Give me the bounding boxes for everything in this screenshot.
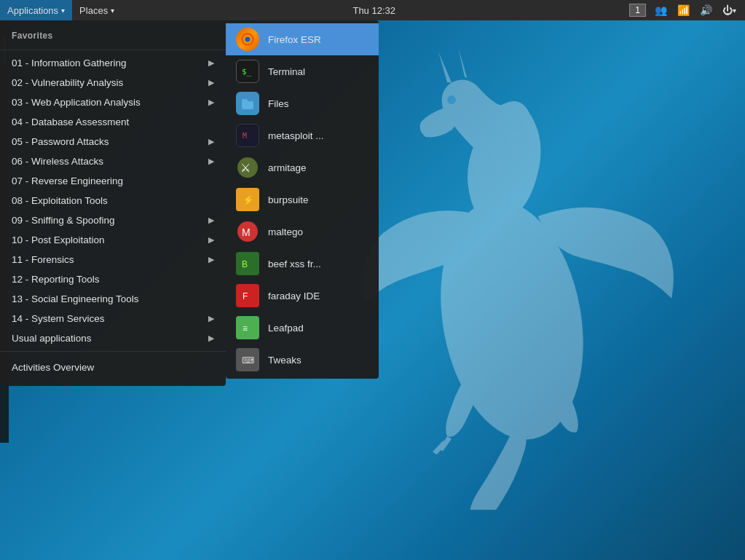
menu-item-social-engineering[interactable]: 13 - Social Engineering Tools [0, 289, 226, 309]
power-dropdown-icon: ▾ [733, 7, 736, 15]
network-icon: 📶 [677, 4, 690, 16]
fav-label-burpsuite: burpsuite [268, 194, 309, 205]
svg-text:M: M [243, 132, 247, 140]
workspace-number[interactable]: 1 [629, 4, 646, 17]
fav-label-files: Files [268, 98, 289, 109]
menu-item-system-services[interactable]: 14 - System Services ▶ [0, 309, 226, 328]
menu-item-post-exploitation[interactable]: 10 - Post Exploitation ▶ [0, 230, 226, 250]
leafpad-icon: ≡ [236, 316, 259, 339]
fav-item-files[interactable]: Files [226, 87, 379, 119]
armitage-icon: ⚔ [236, 156, 259, 179]
menu-divider-1 [0, 50, 226, 50]
svg-text:$_: $_ [242, 67, 252, 76]
menu-item-password-attacks[interactable]: 05 - Password Attacks ▶ [0, 132, 226, 151]
favorites-submenu: Firefox ESR $_ Terminal Files M metasplo… [226, 20, 379, 379]
activities-overview-item[interactable]: Activities Overview [0, 355, 226, 380]
fav-item-firefox[interactable]: Firefox ESR [226, 23, 379, 55]
menu-item-reporting-tools[interactable]: 12 - Reporting Tools [0, 269, 226, 289]
topbar: Applications ▾ Places ▾ Thu 12:32 1 👥 📶 … [0, 0, 745, 20]
favorites-heading: Favorites [0, 25, 226, 44]
fav-item-maltego[interactable]: M maltego [226, 216, 379, 248]
menu-item-info-gathering[interactable]: 01 - Information Gathering ▶ [0, 53, 226, 73]
fav-label-firefox: Firefox ESR [268, 34, 321, 45]
arrow-icon: ▶ [208, 235, 214, 245]
svg-text:B: B [242, 259, 248, 269]
faraday-icon: F [236, 284, 259, 307]
arrow-icon: ▶ [208, 137, 214, 146]
fav-item-tweaks[interactable]: ⌨ Tweaks [226, 344, 379, 376]
arrow-icon: ▶ [208, 98, 214, 107]
volume-icon: 🔊 [700, 4, 712, 16]
arrow-icon: ▶ [208, 314, 214, 323]
menu-item-vuln-analysis[interactable]: 02 - Vulnerability Analysis ▶ [0, 73, 226, 92]
places-label: Places [79, 5, 108, 16]
places-menu-button[interactable]: Places ▾ [72, 0, 122, 20]
files-icon [236, 92, 259, 115]
applications-menu-button[interactable]: Applications ▾ [0, 0, 72, 20]
svg-rect-9 [242, 99, 248, 103]
fav-item-faraday[interactable]: F faraday IDE [226, 280, 379, 312]
svg-text:⚔: ⚔ [240, 162, 251, 174]
fav-label-armitage: armitage [268, 162, 307, 173]
datetime-display: Thu 12:32 [352, 5, 395, 16]
svg-text:M: M [242, 226, 251, 238]
metasploit-icon: M [236, 124, 259, 147]
fav-label-beef: beef xss fr... [268, 259, 321, 269]
svg-point-4 [245, 37, 251, 42]
menu-item-exploitation-tools[interactable]: 08 - Exploitation Tools [0, 191, 226, 210]
fav-label-metasploit: metasploit ... [268, 130, 324, 141]
firefox-icon [236, 28, 259, 51]
beef-icon: B [236, 252, 259, 275]
menu-section-favorites: Favorites [0, 20, 226, 47]
dragon-background-icon [337, 44, 687, 510]
svg-text:F: F [243, 291, 248, 301]
svg-point-1 [447, 95, 456, 104]
fav-item-armitage[interactable]: ⚔ armitage [226, 151, 379, 184]
fav-item-terminal[interactable]: $_ Terminal [226, 55, 379, 87]
apps-dropdown-icon: ▾ [61, 7, 65, 15]
fav-item-beef[interactable]: B beef xss fr... [226, 248, 379, 280]
topbar-right: 1 👥 📶 🔊 ⏻ ▾ [626, 0, 745, 20]
power-icon-button[interactable]: ⏻ ▾ [718, 0, 741, 20]
topbar-center: Thu 12:32 [122, 5, 626, 16]
users-icon-button[interactable]: 👥 [650, 0, 671, 20]
menu-item-wireless-attacks[interactable]: 06 - Wireless Attacks ▶ [0, 151, 226, 171]
desktop: Applications ▾ Places ▾ Thu 12:32 1 👥 📶 … [0, 0, 745, 560]
arrow-icon: ▶ [208, 334, 214, 343]
menu-divider-2 [0, 351, 226, 352]
fav-item-burpsuite[interactable]: ⚡ burpsuite [226, 184, 379, 216]
arrow-icon: ▶ [208, 78, 214, 87]
tweaks-icon: ⌨ [236, 348, 259, 371]
topbar-left: Applications ▾ Places ▾ [0, 0, 122, 20]
users-icon: 👥 [655, 4, 667, 16]
arrow-icon: ▶ [208, 157, 214, 166]
maltego-icon: M [236, 220, 259, 243]
burpsuite-icon: ⚡ [236, 188, 259, 211]
fav-item-metasploit[interactable]: M metasploit ... [226, 119, 379, 151]
arrow-icon: ▶ [208, 255, 214, 264]
fav-label-terminal: Terminal [268, 66, 305, 77]
menu-item-reverse-engineering[interactable]: 07 - Reverse Engineering [0, 171, 226, 191]
arrow-icon: ▶ [208, 216, 214, 225]
applications-label: Applications [7, 5, 58, 16]
network-icon-button[interactable]: 📶 [673, 0, 694, 20]
power-icon: ⏻ [722, 4, 733, 16]
svg-text:≡: ≡ [243, 323, 248, 334]
fav-item-leafpad[interactable]: ≡ Leafpad [226, 312, 379, 344]
places-dropdown-icon: ▾ [111, 7, 114, 15]
menu-item-usual-apps[interactable]: Usual applications ▶ [0, 328, 226, 348]
menu-item-db-assessment[interactable]: 04 - Database Assessment [0, 112, 226, 132]
svg-text:⚡: ⚡ [243, 194, 255, 206]
menu-item-forensics[interactable]: 11 - Forensics ▶ [0, 250, 226, 269]
menu-item-sniffing-spoofing[interactable]: 09 - Sniffing & Spoofing ▶ [0, 210, 226, 230]
fav-label-maltego: maltego [268, 226, 303, 237]
terminal-icon: $_ [236, 60, 259, 83]
fav-label-tweaks: Tweaks [268, 355, 301, 366]
applications-menu: Favorites 01 - Information Gathering ▶ 0… [0, 20, 226, 386]
fav-label-faraday: faraday IDE [268, 291, 320, 301]
arrow-icon: ▶ [208, 58, 214, 68]
volume-icon-button[interactable]: 🔊 [695, 0, 717, 20]
svg-text:⌨: ⌨ [242, 355, 254, 366]
fav-label-leafpad: Leafpad [268, 323, 304, 334]
menu-item-webapp-analysis[interactable]: 03 - Web Application Analysis ▶ [0, 92, 226, 112]
